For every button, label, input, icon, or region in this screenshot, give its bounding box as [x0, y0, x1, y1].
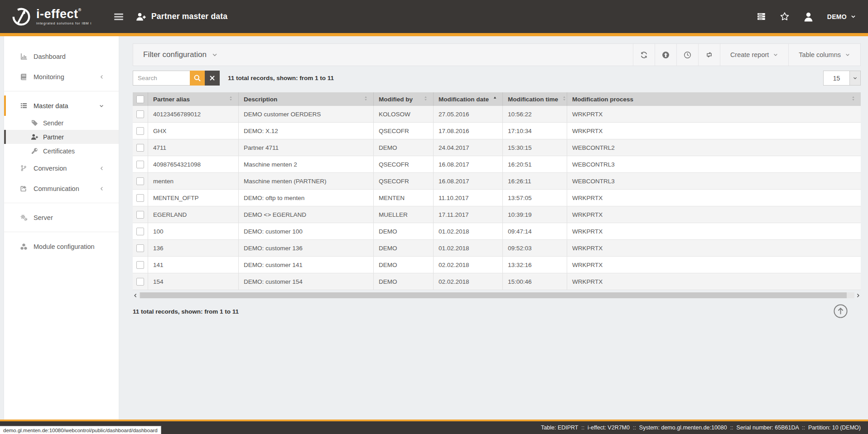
table-row[interactable]: 4711Partner 4711DEMO24.04.201715:30:15WE… — [133, 139, 861, 156]
row-checkbox[interactable] — [136, 228, 144, 235]
brand-tagline: integrated solutions for IBM i — [36, 22, 92, 25]
sidebar-item-server[interactable]: Server — [4, 207, 119, 228]
sort-icon[interactable] — [420, 95, 428, 103]
table-columns-dropdown[interactable]: Table columns — [788, 44, 860, 66]
create-report-label: Create report — [730, 51, 769, 58]
sidebar-item-dashboard[interactable]: Dashboard — [4, 46, 119, 67]
chevron-down-icon — [97, 103, 106, 109]
row-checkbox[interactable] — [136, 127, 144, 135]
chevron-down-icon — [849, 71, 860, 85]
sort-icon[interactable] — [225, 95, 233, 103]
cell-description: Partner 4711 — [239, 139, 374, 156]
sidebar-item-sender[interactable]: Sender — [4, 116, 119, 130]
table-row[interactable]: 100DEMO: customer 100DEMO01.02.201809:47… — [133, 223, 861, 240]
scroll-right-icon[interactable] — [855, 293, 861, 298]
records-summary-bottom: 11 total records, shown: from 1 to 11 — [133, 308, 239, 315]
column-header-modification-date[interactable]: Modification date — [434, 92, 503, 106]
table-row[interactable]: 141DEMO: customer 141DEMO02.02.201813:32… — [133, 257, 861, 273]
cell-modification-date: 02.02.2018 — [434, 273, 503, 290]
sidebar: DashboardMonitoringMaster dataSenderPart… — [4, 36, 119, 420]
row-checkbox[interactable] — [136, 161, 144, 168]
sort-icon[interactable] — [360, 95, 368, 103]
row-checkbox-cell — [133, 173, 148, 189]
server-icon[interactable] — [757, 12, 766, 21]
table-row[interactable]: 40123456789012DEMO customer OERDERSKOLOS… — [133, 106, 861, 123]
row-checkbox[interactable] — [136, 278, 144, 286]
select-all-checkbox[interactable] — [136, 95, 144, 103]
chevron-left-icon — [97, 74, 106, 80]
sidebar-item-module-configuration[interactable]: Module configuration — [4, 236, 119, 257]
sidebar-divider — [4, 232, 119, 232]
search-row: 11 total records, shown: from 1 to 11 15 — [133, 71, 861, 86]
user-icon[interactable] — [803, 12, 814, 22]
user-menu[interactable]: DEMO — [827, 13, 856, 20]
accent-bar — [0, 33, 868, 36]
refresh-button[interactable] — [633, 44, 655, 66]
star-icon[interactable] — [780, 12, 790, 21]
sidebar-item-label: Certificates — [43, 148, 75, 155]
scrollbar-track[interactable] — [139, 292, 854, 298]
sidebar-item-monitoring[interactable]: Monitoring — [4, 67, 119, 87]
row-checkbox[interactable] — [136, 211, 144, 219]
sort-icon[interactable] — [847, 95, 856, 103]
sidebar-item-partner[interactable]: Partner — [4, 130, 119, 144]
row-checkbox[interactable] — [136, 144, 144, 152]
header-actions: DEMO — [757, 12, 868, 22]
row-checkbox[interactable] — [136, 177, 144, 185]
filter-configuration-toggle[interactable]: Filter configuration — [133, 50, 218, 59]
browser-status-tooltip: demo.gl.menten.de:10080/webcontrol/publi… — [0, 426, 161, 434]
cell-description: DEMO: customer 141 — [239, 257, 374, 273]
clear-search-button[interactable] — [205, 71, 220, 86]
sidebar-item-conversion[interactable]: Conversion — [4, 158, 119, 178]
sidebar-item-master-data[interactable]: Master data — [4, 95, 119, 116]
i-effect-logo-icon — [11, 6, 32, 27]
page-size-select[interactable]: 15 — [823, 71, 861, 86]
sidebar-item-certificates[interactable]: Certificates — [4, 144, 119, 158]
scroll-left-icon[interactable] — [133, 293, 138, 298]
scrollbar-thumb[interactable] — [140, 292, 847, 298]
table-row[interactable]: MENTEN_OFTPDEMO: oftp to mentenMENTEN11.… — [133, 190, 861, 206]
menu-toggle-icon[interactable] — [113, 11, 124, 22]
history-button[interactable] — [676, 44, 698, 66]
cell-modification-date: 24.04.2017 — [434, 139, 503, 156]
table-row[interactable]: 136DEMO: customer 136DEMO01.02.201809:52… — [133, 240, 861, 257]
cell-modification-date: 27.05.2016 — [434, 106, 503, 122]
cell-modified-by: DEMO — [374, 257, 434, 273]
column-header-modification-time[interactable]: Modification time — [503, 92, 567, 106]
column-header-description[interactable]: Description — [239, 92, 374, 106]
search-input[interactable] — [133, 71, 190, 86]
row-checkbox-cell — [133, 190, 148, 206]
filter-configuration-label: Filter configuration — [143, 50, 207, 59]
transfer-button[interactable] — [698, 44, 720, 66]
column-header-partner-alias[interactable]: Partner alias — [148, 92, 239, 106]
cell-partner-alias: GHX — [148, 123, 239, 139]
cell-partner-alias: EGERLAND — [148, 206, 239, 223]
table-row[interactable]: 40987654321098Maschine menten 2QSECOFR16… — [133, 156, 861, 173]
sidebar-item-label: Conversion — [34, 165, 67, 172]
column-header-modified-by[interactable]: Modified by — [374, 92, 434, 106]
share-icon — [19, 185, 28, 192]
sort-icon[interactable] — [558, 95, 567, 103]
create-report-dropdown[interactable]: Create report — [720, 44, 788, 66]
table-row[interactable]: GHXDEMO: X.12QSECOFR17.08.201617:10:34WR… — [133, 123, 861, 139]
app-header: i-effect® integrated solutions for IBM i… — [0, 0, 868, 33]
cell-partner-alias: 141 — [148, 257, 239, 273]
table-row[interactable]: mentenMaschine menten (PARTNER)QSECOFR16… — [133, 173, 861, 190]
row-checkbox[interactable] — [136, 194, 144, 202]
row-checkbox[interactable] — [136, 110, 144, 118]
row-checkbox-cell — [133, 240, 148, 256]
cell-modification-date: 16.08.2017 — [434, 156, 503, 172]
row-checkbox[interactable] — [136, 244, 144, 252]
sidebar-item-communication[interactable]: Communication — [4, 178, 119, 199]
row-checkbox-cell — [133, 257, 148, 273]
search-button[interactable] — [190, 71, 205, 86]
arrow-circle-up-button[interactable] — [655, 44, 676, 66]
scroll-to-top-button[interactable] — [833, 304, 848, 319]
retweet-icon — [705, 51, 714, 58]
sort-asc-icon[interactable] — [489, 95, 497, 103]
table-row[interactable]: 154DEMO: customer 154DEMO02.02.201815:00… — [133, 273, 861, 290]
row-checkbox[interactable] — [136, 261, 144, 269]
table-row[interactable]: EGERLANDDEMO <> EGERLANDMUELLER17.11.201… — [133, 206, 861, 223]
column-header-modification-process[interactable]: Modification process — [567, 92, 861, 106]
registered-mark: ® — [78, 8, 82, 12]
